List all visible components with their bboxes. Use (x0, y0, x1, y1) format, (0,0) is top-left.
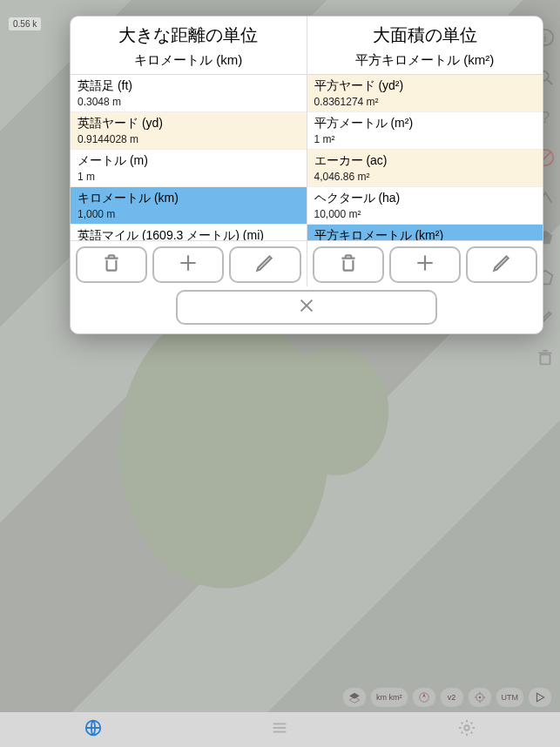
unit-value: 1 m² (314, 133, 536, 145)
units-dialog: 大きな距離の単位キロメートル (km)英語足 (ft)0.3048 m英語ヤード… (70, 16, 543, 334)
plus-icon (414, 252, 436, 278)
unit-value: 10,000 m² (314, 208, 536, 220)
plus-icon (177, 252, 199, 278)
bottom-pill-row: km km² v2 UTM (343, 688, 551, 707)
unit-value: 1 m (78, 171, 300, 183)
unit-name: メートル (m) (78, 153, 300, 169)
unit-value: 0.3048 m (78, 96, 300, 108)
delete-button[interactable] (76, 246, 147, 283)
unit-item[interactable]: キロメートル (km)1,000 m (71, 187, 307, 225)
unit-name: キロメートル (km) (78, 191, 300, 206)
unit-name: 平方メートル (m²) (314, 116, 536, 131)
column-header: 大きな距離の単位キロメートル (km) (71, 17, 307, 75)
action-row (307, 240, 543, 286)
column-subtitle: 平方キロメートル (km²) (311, 52, 540, 69)
play-pill[interactable] (529, 688, 551, 707)
unit-item[interactable]: ヘクタール (ha)10,000 m² (307, 187, 543, 225)
column-header: 大面積の単位平方キロメートル (km²) (307, 17, 543, 75)
trash-icon[interactable] (534, 347, 557, 369)
unit-item[interactable]: 英語足 (ft)0.3048 m (71, 75, 307, 112)
unit-name: エーカー (ac) (314, 153, 536, 169)
area-unit-column: 大面積の単位平方キロメートル (km²)平方ヤード (yd²)0.8361274… (307, 17, 543, 286)
svg-point-27 (464, 725, 469, 730)
utm-pill[interactable]: UTM (496, 688, 524, 707)
unit-name: 英語足 (ft) (78, 78, 300, 94)
unit-item[interactable]: 平方メートル (m²)1 m² (307, 112, 543, 150)
distance-unit-column: 大きな距離の単位キロメートル (km)英語足 (ft)0.3048 m英語ヤード… (71, 17, 307, 286)
edit-button[interactable] (229, 246, 300, 283)
unit-name: 英語マイル (1609.3 メートル) (mi) (78, 228, 300, 240)
pencil-icon (253, 252, 276, 278)
delete-button[interactable] (313, 246, 384, 283)
tab-settings[interactable] (457, 718, 476, 741)
unit-list[interactable]: 英語足 (ft)0.3048 m英語ヤード (yd)0.9144028 mメート… (71, 75, 307, 240)
unit-item[interactable]: 英語ヤード (yd)0.9144028 m (71, 112, 307, 150)
unit-item[interactable]: エーカー (ac)4,046.86 m² (307, 150, 543, 187)
trash-icon (100, 252, 123, 278)
svg-marker-22 (537, 693, 544, 701)
svg-point-17 (478, 697, 480, 698)
distance-badge: 0.56 k (9, 17, 41, 30)
column-title: 大きな距離の単位 (74, 24, 303, 47)
svg-marker-12 (349, 693, 360, 699)
units-pill[interactable]: km km² (371, 688, 408, 707)
pencil-icon (490, 252, 513, 278)
version-pill[interactable]: v2 (441, 688, 463, 707)
svg-line-3 (548, 80, 553, 85)
add-button[interactable] (152, 246, 224, 283)
close-button[interactable] (176, 290, 437, 325)
column-title: 大面積の単位 (311, 24, 540, 47)
close-icon (297, 296, 316, 319)
locate-pill[interactable] (469, 688, 491, 707)
unit-value: 1,000 m (78, 208, 300, 220)
edit-button[interactable] (466, 246, 537, 283)
unit-name: ヘクタール (ha) (314, 191, 536, 206)
svg-marker-15 (422, 693, 426, 697)
compass-pill[interactable] (413, 688, 435, 707)
unit-value: 0.9144028 m (78, 133, 300, 145)
unit-item[interactable]: 平方キロメートル (km²)1,000,000 m² (307, 225, 543, 240)
tab-list[interactable] (270, 718, 289, 741)
unit-list[interactable]: 平方ヤード (yd²)0.8361274 m²平方メートル (m²)1 m²エー… (307, 75, 543, 240)
unit-name: 平方ヤード (yd²) (314, 78, 536, 94)
unit-name: 平方キロメートル (km²) (314, 228, 536, 240)
svg-text:i: i (544, 31, 547, 44)
column-subtitle: キロメートル (km) (74, 52, 303, 69)
layers-pill[interactable] (343, 688, 366, 707)
unit-value: 0.8361274 m² (314, 96, 536, 108)
unit-value: 4,046.86 m² (314, 171, 536, 183)
action-row (71, 240, 307, 286)
add-button[interactable] (389, 246, 461, 283)
unit-item[interactable]: メートル (m)1 m (71, 150, 307, 187)
tab-globe[interactable] (84, 718, 103, 741)
unit-item[interactable]: 平方ヤード (yd²)0.8361274 m² (307, 75, 543, 112)
unit-name: 英語ヤード (yd) (78, 116, 300, 131)
unit-item[interactable]: 英語マイル (1609.3 メートル) (mi)1,609.34 m (71, 225, 307, 240)
tab-bar (0, 712, 560, 747)
trash-icon (337, 252, 360, 278)
svg-rect-9 (541, 354, 550, 364)
